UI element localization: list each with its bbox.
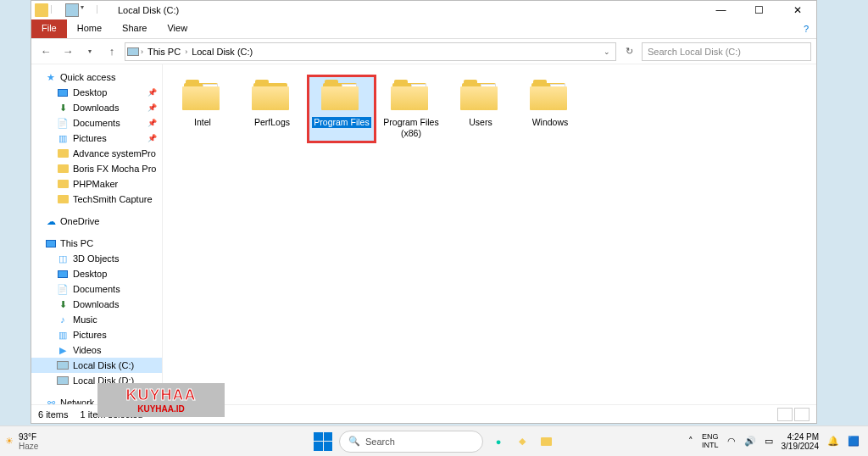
watermark: KUYHAA KUYHAA.ID bbox=[97, 383, 225, 417]
sidebar-item-downloads-pc[interactable]: ⬇Downloads bbox=[31, 297, 162, 312]
taskbar-search[interactable]: 🔍 Search bbox=[339, 431, 483, 453]
network-icon: ⚯ bbox=[45, 397, 57, 404]
refresh-button[interactable]: ↻ bbox=[620, 42, 638, 61]
up-button[interactable]: ↑ bbox=[103, 42, 121, 61]
weather-icon: ☀ bbox=[5, 436, 14, 447]
music-icon: ♪ bbox=[57, 314, 69, 325]
copilot-icon[interactable]: 🟦 bbox=[848, 436, 860, 447]
taskbar-weather[interactable]: ☀ 93°F Haze bbox=[0, 432, 85, 451]
qat-dropdown-icon[interactable]: ▾ bbox=[81, 3, 94, 17]
sidebar-item-techsmith[interactable]: TechSmith Capture bbox=[31, 192, 162, 207]
folder-icon bbox=[57, 163, 69, 175]
3d-icon: ◫ bbox=[57, 253, 69, 264]
sidebar-item-desktop-pc[interactable]: Desktop bbox=[31, 266, 162, 281]
explorer-window: | ▾ | Local Disk (C:) — ☐ ✕ File Home Sh… bbox=[31, 0, 817, 424]
folder-icon bbox=[252, 80, 292, 114]
tray-language[interactable]: ENG INTL bbox=[702, 433, 719, 450]
chevron-right-icon: › bbox=[185, 47, 187, 56]
tab-share[interactable]: Share bbox=[112, 19, 157, 38]
sidebar-item-pictures[interactable]: ▥Pictures📌 bbox=[31, 131, 162, 146]
chevron-right-icon: › bbox=[141, 47, 143, 56]
back-button[interactable]: ← bbox=[36, 42, 55, 61]
folder-intel[interactable]: Intel bbox=[170, 76, 236, 142]
folder-icon bbox=[57, 147, 69, 159]
folder-icon bbox=[57, 178, 69, 190]
tab-file[interactable]: File bbox=[31, 19, 67, 38]
documents-icon: 📄 bbox=[57, 117, 69, 129]
tray-chevron-up-icon[interactable]: ˄ bbox=[688, 436, 693, 447]
minimize-button[interactable]: — bbox=[702, 1, 740, 19]
tray-clock[interactable]: 4:24 PM 3/19/2024 bbox=[782, 432, 820, 451]
taskbar-app-1[interactable]: ● bbox=[490, 433, 507, 450]
view-details-button[interactable] bbox=[777, 408, 793, 421]
sidebar-this-pc[interactable]: This PC bbox=[31, 236, 162, 251]
sidebar-item-3d-objects[interactable]: ◫3D Objects bbox=[31, 251, 162, 266]
sidebar-item-phpmaker[interactable]: PHPMaker bbox=[31, 176, 162, 192]
sidebar-quick-access[interactable]: ★Quick access bbox=[31, 70, 162, 85]
volume-icon[interactable]: 🔊 bbox=[744, 436, 756, 447]
tab-home[interactable]: Home bbox=[67, 19, 112, 38]
videos-icon: ▶ bbox=[57, 344, 69, 356]
titlebar: | ▾ | Local Disk (C:) — ☐ ✕ bbox=[31, 1, 816, 19]
folder-icon bbox=[391, 80, 431, 114]
wifi-icon[interactable]: ◠ bbox=[727, 436, 736, 447]
folder-perflogs[interactable]: PerfLogs bbox=[239, 76, 305, 142]
folder-users[interactable]: Users bbox=[448, 76, 514, 142]
desktop-icon bbox=[57, 268, 69, 280]
sidebar-item-documents[interactable]: 📄Documents📌 bbox=[31, 115, 162, 131]
crumb-local-disk[interactable]: Local Disk (C:) bbox=[189, 47, 255, 57]
sidebar-item-music[interactable]: ♪Music bbox=[31, 312, 162, 327]
sidebar-item-pictures-pc[interactable]: ▥Pictures bbox=[31, 327, 162, 342]
folder-icon bbox=[460, 80, 501, 114]
star-icon: ★ bbox=[45, 71, 57, 83]
search-placeholder: Search Local Disk (C:) bbox=[648, 47, 741, 57]
navigation-pane: ★Quick access Desktop📌 ⬇Downloads📌 📄Docu… bbox=[31, 64, 163, 404]
ribbon: File Home Share View ? bbox=[31, 19, 816, 39]
documents-icon: 📄 bbox=[57, 283, 69, 295]
start-button[interactable] bbox=[314, 432, 332, 451]
help-icon[interactable]: ? bbox=[796, 19, 816, 38]
breadcrumb[interactable]: › This PC › Local Disk (C:) ⌄ bbox=[125, 42, 616, 61]
maximize-button[interactable]: ☐ bbox=[740, 1, 778, 19]
sidebar-item-videos[interactable]: ▶Videos bbox=[31, 342, 162, 358]
forward-button[interactable]: → bbox=[58, 42, 77, 61]
folder-program-files-x86[interactable]: Program Files (x86) bbox=[378, 76, 444, 142]
drive-icon bbox=[65, 3, 79, 17]
view-large-button[interactable] bbox=[794, 408, 810, 421]
sidebar-item-boris[interactable]: Boris FX Mocha Pro bbox=[31, 161, 162, 176]
folder-icon bbox=[321, 80, 362, 114]
drive-icon bbox=[57, 375, 69, 386]
notifications-icon[interactable]: 🔔 bbox=[827, 436, 839, 447]
drive-icon bbox=[127, 46, 139, 58]
search-input[interactable]: Search Local Disk (C:) bbox=[642, 42, 811, 61]
folder-icon bbox=[35, 3, 48, 17]
qat-divider: | bbox=[96, 3, 109, 17]
tab-view[interactable]: View bbox=[157, 19, 198, 38]
folder-program-files[interactable]: Program Files bbox=[309, 76, 375, 142]
address-bar: ← → ▾ ↑ › This PC › Local Disk (C:) ⌄ ↻ … bbox=[31, 39, 816, 64]
recent-dropdown[interactable]: ▾ bbox=[81, 42, 99, 61]
downloads-icon: ⬇ bbox=[57, 102, 69, 114]
taskbar-explorer[interactable] bbox=[537, 433, 554, 450]
downloads-icon: ⬇ bbox=[57, 298, 69, 310]
sidebar-item-downloads[interactable]: ⬇Downloads📌 bbox=[31, 100, 162, 115]
content-pane[interactable]: Intel PerfLogs Program Files Program Fil… bbox=[163, 64, 816, 404]
cloud-icon: ☁ bbox=[45, 215, 57, 227]
sidebar-item-disk-c[interactable]: Local Disk (C:) bbox=[31, 358, 162, 373]
crumb-this-pc[interactable]: This PC bbox=[145, 47, 183, 57]
pin-icon: 📌 bbox=[147, 103, 157, 112]
search-icon: 🔍 bbox=[348, 436, 360, 447]
pictures-icon: ▥ bbox=[57, 132, 69, 144]
history-dropdown-icon[interactable]: ⌄ bbox=[604, 47, 614, 56]
taskbar-app-2[interactable]: ◆ bbox=[514, 433, 531, 450]
window-title: Local Disk (C:) bbox=[118, 5, 179, 15]
sidebar-item-desktop[interactable]: Desktop📌 bbox=[31, 85, 162, 100]
battery-icon[interactable]: ▭ bbox=[765, 436, 773, 447]
folder-windows[interactable]: Windows bbox=[517, 76, 583, 142]
pin-icon: 📌 bbox=[147, 119, 157, 127]
sidebar-item-documents-pc[interactable]: 📄Documents bbox=[31, 281, 162, 297]
sidebar-item-advance[interactable]: Advance systemPro bbox=[31, 146, 162, 161]
qat-divider: | bbox=[50, 3, 64, 17]
sidebar-onedrive[interactable]: ☁OneDrive bbox=[31, 214, 162, 229]
close-button[interactable]: ✕ bbox=[778, 1, 816, 19]
